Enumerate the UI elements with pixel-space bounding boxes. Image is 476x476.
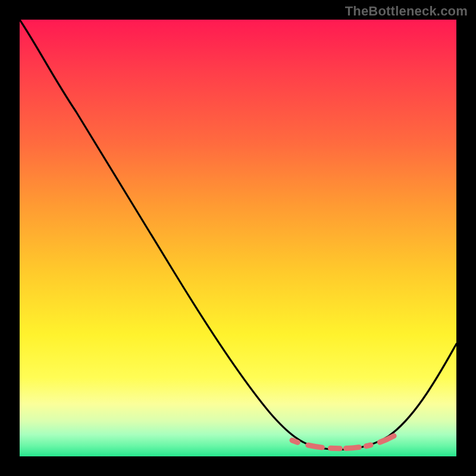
plot-area <box>20 20 456 456</box>
watermark-text: TheBottleneck.com <box>345 4 468 19</box>
curve-min-beads <box>292 435 396 449</box>
bottleneck-curve <box>20 20 456 450</box>
chart-frame: TheBottleneck.com <box>0 0 476 476</box>
curve-svg <box>20 20 456 456</box>
